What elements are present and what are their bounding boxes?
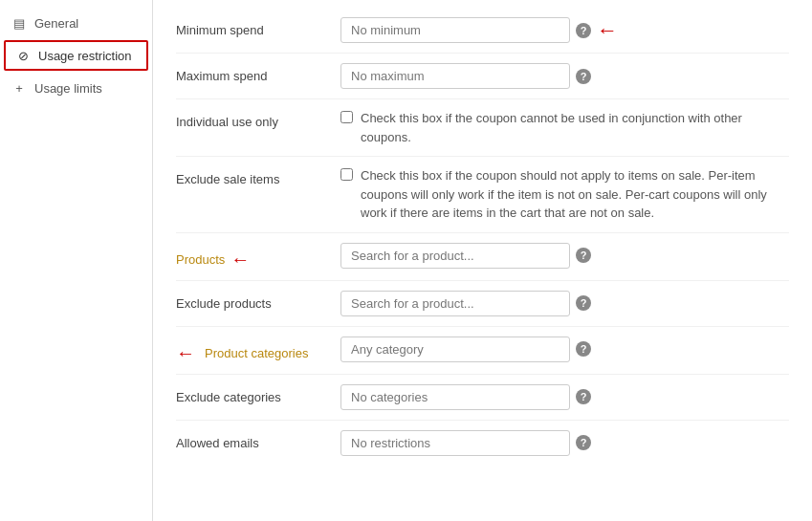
control-exclude-products: ? (340, 291, 789, 316)
sidebar-item-usage-limits[interactable]: + Usage limits (0, 73, 152, 103)
sidebar: ▤ General ⊘ Usage restriction + Usage li… (0, 0, 153, 521)
input-maximum-spend[interactable] (340, 63, 570, 89)
control-maximum-spend: ? (340, 63, 789, 89)
label-allowed-emails: Allowed emails (176, 430, 329, 450)
row-exclude-categories: Exclude categories ? (176, 375, 789, 421)
control-exclude-categories: ? (340, 384, 789, 410)
main-content: Minimum spend ? ← Maximum spend ? Indivi… (153, 0, 812, 521)
row-allowed-emails: Allowed emails ? (176, 421, 789, 466)
row-product-categories: ← Product categories ? (176, 327, 789, 375)
label-products: Products ← (176, 243, 329, 271)
help-icon-allowed-emails[interactable]: ? (576, 435, 591, 450)
checkbox-row-individual-use: Check this box if the coupon cannot be u… (340, 109, 789, 146)
sidebar-label-restriction: Usage restriction (38, 49, 132, 63)
arrow-minimum-spend: ← (597, 20, 618, 41)
control-minimum-spend: ? ← (340, 17, 789, 43)
help-icon-products[interactable]: ? (576, 248, 591, 263)
label-individual-use: Individual use only (176, 109, 329, 129)
row-exclude-products: Exclude products ? (176, 281, 789, 327)
control-individual-use: Check this box if the coupon cannot be u… (340, 109, 789, 146)
control-allowed-emails: ? (340, 430, 789, 456)
checkbox-row-exclude-sale: Check this box if the coupon should not … (340, 166, 789, 223)
restriction-icon: ⊘ (15, 48, 31, 63)
row-minimum-spend: Minimum spend ? ← (176, 8, 789, 54)
limits-icon: + (11, 80, 27, 96)
sidebar-label-general: General (34, 16, 78, 31)
label-exclude-products: Exclude products (176, 291, 329, 311)
row-products: Products ← ? (176, 233, 789, 281)
checkbox-text-individual-use: Check this box if the coupon cannot be u… (361, 109, 789, 146)
label-product-categories: ← Product categories (176, 336, 329, 364)
checkbox-exclude-sale[interactable] (340, 168, 353, 181)
help-icon-product-categories[interactable]: ? (576, 341, 591, 357)
row-exclude-sale: Exclude sale items Check this box if the… (176, 157, 789, 233)
input-exclude-categories[interactable] (340, 384, 570, 410)
input-products[interactable] (340, 243, 570, 269)
row-individual-use: Individual use only Check this box if th… (176, 99, 789, 157)
help-icon-minimum-spend[interactable]: ? (576, 23, 591, 38)
label-exclude-sale: Exclude sale items (176, 166, 329, 186)
help-icon-exclude-products[interactable]: ? (576, 295, 591, 311)
input-minimum-spend[interactable] (340, 17, 570, 43)
control-product-categories: ? (340, 336, 789, 362)
arrow-product-categories: ← (176, 342, 195, 364)
control-products: ? (340, 243, 789, 269)
label-exclude-categories: Exclude categories (176, 384, 329, 404)
control-exclude-sale: Check this box if the coupon should not … (340, 166, 789, 223)
general-icon: ▤ (11, 15, 27, 31)
checkbox-individual-use[interactable] (340, 111, 353, 123)
help-icon-exclude-categories[interactable]: ? (576, 389, 591, 404)
arrow-products: ← (230, 249, 250, 271)
row-maximum-spend: Maximum spend ? (176, 54, 789, 99)
input-allowed-emails[interactable] (340, 430, 570, 456)
help-icon-maximum-spend[interactable]: ? (576, 69, 591, 84)
label-maximum-spend: Maximum spend (176, 63, 329, 83)
sidebar-item-general[interactable]: ▤ General (0, 8, 152, 38)
checkbox-text-exclude-sale: Check this box if the coupon should not … (361, 166, 789, 223)
sidebar-item-usage-restriction[interactable]: ⊘ Usage restriction (4, 40, 148, 71)
sidebar-label-limits: Usage limits (34, 81, 102, 96)
label-minimum-spend: Minimum spend (176, 17, 329, 37)
input-exclude-products[interactable] (340, 291, 570, 316)
input-product-categories[interactable] (340, 336, 570, 362)
